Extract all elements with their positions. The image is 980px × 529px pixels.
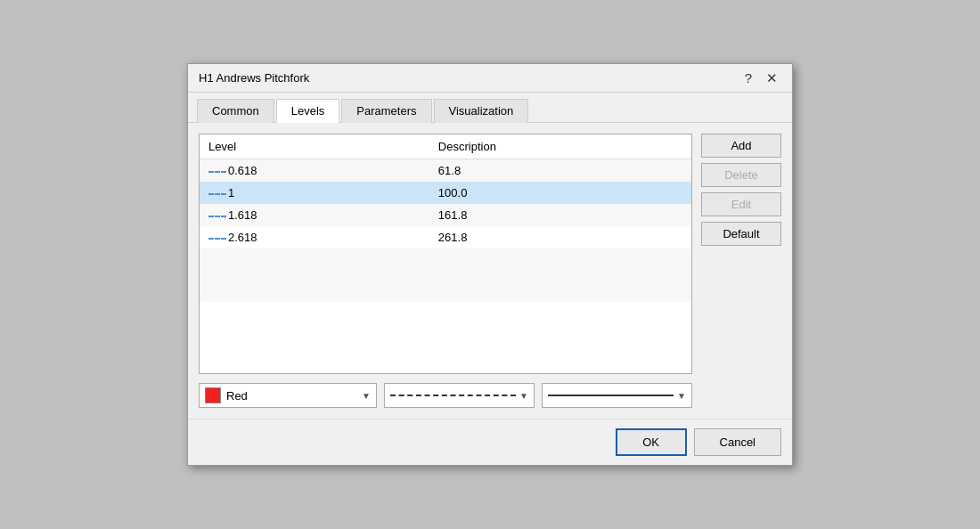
levels-table: Level Description 0.61861.81100.01.61816… (200, 134, 691, 302)
edit-button[interactable]: Edit (701, 192, 781, 216)
line-width-dropdown[interactable]: ▼ (542, 383, 692, 408)
table-row[interactable]: 1.618161.8 (200, 204, 691, 226)
tab-visualization[interactable]: Visualization (434, 99, 529, 123)
level-cell: 1.618 (200, 204, 429, 226)
table-row[interactable]: 1100.0 (200, 182, 691, 204)
delete-button[interactable]: Delete (701, 163, 781, 187)
color-dropdown-arrow: ▼ (362, 391, 371, 401)
add-button[interactable]: Add (701, 134, 781, 158)
level-value: 1 (228, 186, 234, 199)
solid-line-preview (548, 395, 674, 396)
bottom-controls: Red ▼ ▼ ▼ (199, 383, 692, 408)
line-style-preview (390, 395, 516, 396)
level-icon (208, 238, 226, 240)
color-swatch (205, 387, 221, 403)
level-cell: 2.618 (200, 226, 429, 248)
tab-content: Level Description 0.61861.81100.01.61816… (188, 123, 792, 419)
cancel-button[interactable]: Cancel (694, 428, 781, 456)
tab-levels[interactable]: Levels (276, 99, 340, 123)
level-icon (208, 216, 226, 217)
action-buttons: Add Delete Edit Default (701, 134, 781, 408)
dialog-window: H1 Andrews Pitchfork ? ✕ Common Levels P… (187, 63, 793, 466)
dialog-title: H1 Andrews Pitchfork (199, 71, 309, 85)
line-width-arrow: ▼ (677, 391, 686, 401)
title-bar: H1 Andrews Pitchfork ? ✕ (188, 64, 792, 93)
table-header-row: Level Description (200, 134, 691, 159)
description-cell: 161.8 (429, 204, 691, 226)
empty-row (200, 248, 691, 302)
tab-common[interactable]: Common (197, 99, 274, 123)
description-cell: 261.8 (429, 226, 691, 248)
levels-section: Level Description 0.61861.81100.01.61816… (199, 134, 692, 408)
color-label: Red (226, 389, 356, 403)
tab-bar: Common Levels Parameters Visualization (188, 93, 792, 123)
default-button[interactable]: Default (701, 222, 781, 246)
table-row[interactable]: 2.618261.8 (200, 226, 691, 248)
levels-table-wrapper: Level Description 0.61861.81100.01.61816… (199, 134, 692, 374)
level-icon (208, 193, 226, 195)
color-dropdown[interactable]: Red ▼ (199, 383, 377, 408)
ok-button[interactable]: OK (616, 428, 687, 456)
level-cell: 1 (200, 182, 429, 204)
col-header-level: Level (200, 134, 429, 159)
level-value: 1.618 (228, 208, 257, 222)
table-row[interactable]: 0.61861.8 (200, 159, 691, 183)
tab-parameters[interactable]: Parameters (341, 99, 431, 123)
level-value: 2.618 (228, 231, 257, 244)
line-style-arrow: ▼ (519, 391, 528, 401)
level-cell: 0.618 (200, 159, 429, 183)
help-button[interactable]: ? (741, 71, 755, 85)
title-bar-actions: ? ✕ (741, 71, 781, 85)
dialog-footer: OK Cancel (188, 419, 792, 465)
line-style-dropdown[interactable]: ▼ (384, 383, 535, 408)
close-button[interactable]: ✕ (763, 71, 781, 85)
level-icon (208, 171, 226, 173)
col-header-description: Description (429, 134, 691, 159)
description-cell: 100.0 (429, 182, 691, 204)
description-cell: 61.8 (429, 159, 691, 183)
dashed-line-preview (390, 395, 516, 396)
level-value: 0.618 (228, 164, 257, 177)
line-width-preview (548, 395, 674, 396)
